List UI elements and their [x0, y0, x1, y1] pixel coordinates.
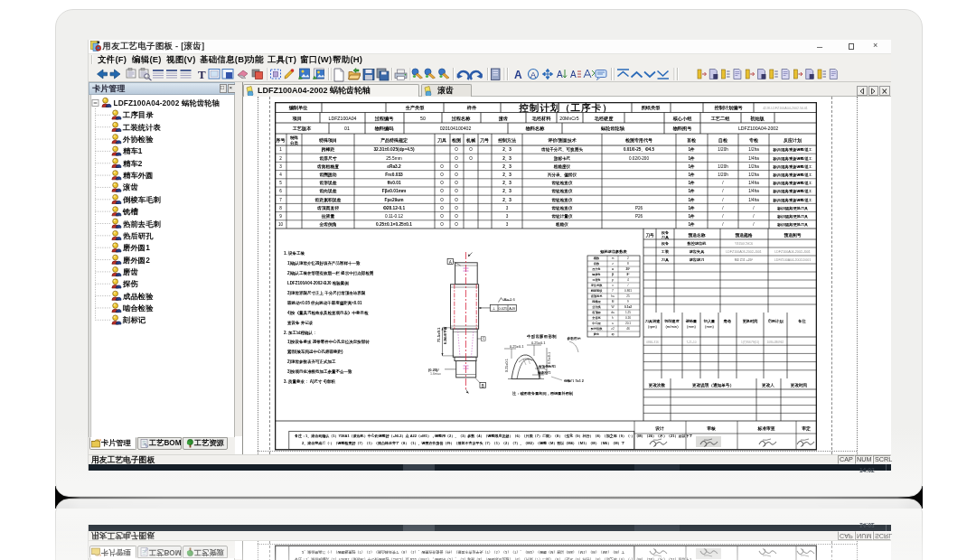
svg-text:/: /	[722, 198, 724, 202]
svg-text:齿顶高系: 齿顶高系	[590, 294, 604, 298]
svg-text:≤Ra3.2: ≤Ra3.2	[387, 164, 401, 169]
svg-text:3)按项目批准模范加工余量不会一致: 3)按项目批准模范加工余量不会一致	[287, 369, 352, 375]
svg-text:Ra 1.6: Ra 1.6	[504, 297, 516, 302]
svg-text:0866-316: 0866-316	[646, 341, 659, 344]
svg-text:1/2ha: 1/2ha	[748, 147, 759, 152]
svg-text:0.16: 0.16	[625, 316, 631, 320]
svg-text:刀号: 刀号	[644, 232, 654, 238]
svg-text:挂渣量: 挂渣量	[321, 213, 335, 219]
svg-text:71.5±0.1: 71.5±0.1	[436, 327, 441, 342]
svg-text:审定: 审定	[802, 425, 811, 432]
svg-text:ff≤0.01: ff≤0.01	[387, 181, 400, 185]
svg-text:预送规格: 预送规格	[735, 232, 752, 238]
svg-text:查设备 并记录: 查设备 并记录	[286, 320, 314, 326]
svg-text:注：破图表备量相同，图调量补图制: 注：破图表备量相同，图调量补图制	[511, 391, 573, 397]
svg-text:2)确认工装在管理有效期一栏 提示中打点得检测: 2)确认工装在管理有效期一栏 提示中打点得检测	[287, 270, 374, 276]
svg-text:控制方法: 控制方法	[497, 137, 517, 144]
svg-text:啮合检验: 啮合检验	[123, 303, 154, 313]
svg-text:标识/隔离/更换刀具: 标识/隔离/更换刀具	[776, 214, 808, 219]
svg-text:检测: 检测	[451, 137, 461, 144]
svg-text:3: 3	[506, 214, 509, 219]
svg-text:1.6max: 1.6max	[430, 372, 441, 376]
svg-text:0.5±0.1: 0.5±0.1	[547, 351, 551, 364]
svg-text:牛那齿廓图形制: 牛那齿廓图形制	[526, 334, 557, 340]
svg-text:32.31±0.025(dp=4.5): 32.31±0.025(dp=4.5)	[373, 147, 415, 152]
svg-text:旋向: 旋向	[593, 332, 599, 336]
svg-text:齿轮检查仪: 齿轮检查仪	[551, 198, 573, 203]
svg-text:1件: 1件	[688, 198, 695, 202]
svg-text:O: O	[440, 173, 444, 177]
svg-text:审核: 审核	[707, 425, 716, 431]
svg-text:标识/隔离/重新调整/返工: 标识/隔离/重新调整/返工	[772, 173, 812, 178]
svg-text:磨齿: 磨齿	[122, 267, 138, 276]
svg-text:铣槽: 铣槽	[122, 207, 138, 216]
svg-text:/: /	[722, 189, 724, 193]
svg-text:特殊项目: 特殊项目	[318, 137, 337, 144]
svg-text:LDFZ100A04: LDFZ100A04	[329, 116, 357, 121]
svg-text:1)确认滚齿介忆调好填齐产品图样十一致: 1)确认滚齿介忆调好填齐产品图样十一致	[287, 260, 361, 266]
svg-text:LDFZ100A04-2002-D001: LDFZ100A04-2002-D001	[774, 258, 811, 262]
svg-text:6: 6	[279, 189, 282, 193]
svg-text:O: O	[440, 181, 444, 185]
svg-text:成品检验: 成品检验	[122, 292, 154, 301]
svg-text:0.861: 0.861	[624, 289, 632, 293]
svg-text:O: O	[455, 206, 458, 210]
svg-text:(rpm): (rpm)	[648, 324, 658, 329]
svg-text:寿命: 寿命	[723, 319, 732, 324]
svg-text:2、3: 2、3	[502, 173, 511, 178]
svg-text:齿轮检查仪: 齿轮检查仪	[551, 181, 573, 186]
svg-text:备注: 备注	[797, 319, 806, 323]
svg-text:自检: 自检	[718, 137, 728, 144]
svg-text:更改次数: 更改次数	[649, 382, 666, 387]
svg-text:预送图号: 预送图号	[784, 232, 801, 238]
svg-text:LDFZ100A03-2002-J001: LDFZ100A03-2002-J001	[726, 250, 762, 254]
svg-text:(m/min): (m/min)	[665, 324, 679, 329]
svg-text:粗糙度仪: 粗糙度仪	[553, 163, 571, 170]
svg-text:25: 25	[626, 294, 630, 298]
svg-text:0.01/0-25、Φ4.5: 0.01/0-25、Φ4.5	[624, 147, 655, 153]
svg-text:1/2ha: 1/2ha	[748, 173, 759, 177]
svg-text:1件: 1件	[688, 173, 695, 177]
svg-text:O: O	[455, 156, 458, 161]
svg-text:变位系数: 变位系数	[590, 284, 604, 287]
svg-text:O: O	[469, 147, 473, 152]
svg-text:/: /	[722, 206, 724, 210]
svg-text:1. 设备工装: 1. 设备工装	[284, 250, 305, 256]
svg-text:图纸类型: 图纸类型	[642, 105, 662, 111]
svg-text:γ: γ	[612, 278, 614, 282]
svg-text:更换时间: 更换时间	[742, 319, 758, 324]
svg-text:C: C	[483, 337, 485, 341]
svg-text:(mm): (mm)	[687, 324, 696, 329]
svg-text:配对齿数: 配对齿数	[591, 327, 604, 331]
svg-text:8: 8	[279, 206, 282, 210]
svg-text:O: O	[455, 181, 458, 185]
svg-text:3: 3	[506, 206, 509, 210]
svg-text:压力角: 压力角	[591, 267, 601, 271]
svg-text:齿轮检查仪: 齿轮检查仪	[551, 206, 573, 211]
svg-text:刀具: 刀具	[662, 235, 670, 239]
svg-text:中心距: 中心距	[592, 321, 601, 325]
svg-text:O: O	[440, 164, 444, 169]
svg-text:1/20h: 1/20h	[718, 173, 728, 177]
svg-text:O: O	[455, 147, 458, 152]
svg-text:粗糙仪: 粗糙仪	[555, 222, 568, 227]
svg-text:倒棱车毛刺: 倒棱车毛刺	[122, 195, 162, 204]
svg-text:O: O	[455, 164, 458, 169]
svg-text:反应计划: 反应计划	[783, 137, 802, 144]
svg-text:LDFZ100A04-2002-J001: LDFZ100A04-2002-J001	[774, 250, 811, 254]
svg-text:毛坯材料: 毛坯材料	[531, 116, 552, 122]
svg-text:毛坯硬度: 毛坯硬度	[594, 116, 615, 122]
svg-text:7: 7	[612, 289, 614, 293]
svg-text:4)按《量具刃检格求及检查项目表》中要目检: 4)按《量具刃检格求及检查项目表》中要目检	[287, 310, 369, 316]
svg-text:/: /	[628, 284, 629, 287]
svg-text:α: α	[612, 267, 614, 271]
svg-text:圆跳动<0.05 径向跳动千圆度偏距离<0.01: 圆跳动<0.05 径向跳动千圆度偏距离<0.01	[287, 300, 362, 306]
svg-text:50: 50	[420, 116, 426, 121]
svg-text:标识/隔离/重新调整/返工: 标识/隔离/重新调整/返工	[772, 156, 812, 162]
svg-text:A-B: A-B	[509, 306, 515, 311]
svg-text:O: O	[440, 206, 444, 210]
svg-text:物料编码: 物料编码	[374, 126, 395, 132]
svg-text:O: O	[455, 198, 458, 202]
svg-text:磨外圆1: 磨外圆1	[122, 243, 150, 252]
svg-text:齿轮检查仪: 齿轮检查仪	[551, 189, 573, 194]
